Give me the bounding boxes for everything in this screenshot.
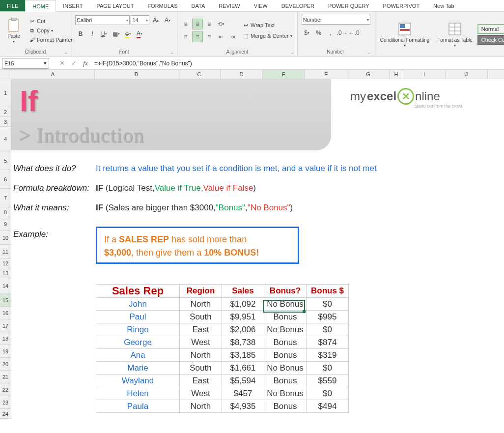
format-as-table-button[interactable]: Format as Table▾ [434, 20, 476, 49]
increase-font-icon[interactable]: A▴ [150, 15, 161, 26]
table-cell[interactable]: Paul [96, 311, 180, 323]
col-header-H[interactable]: H [390, 70, 403, 79]
row-header-15[interactable]: 15 [0, 294, 11, 307]
table-cell[interactable]: No Bonus [264, 323, 307, 336]
table-cell[interactable]: South [180, 311, 222, 323]
table-cell[interactable]: $0 [307, 362, 349, 375]
table-cell[interactable]: Bonus [264, 349, 307, 362]
table-cell[interactable]: $2,006 [222, 323, 264, 336]
col-header-J[interactable]: J [446, 70, 488, 79]
tab-powerpivot[interactable]: POWERPIVOT [376, 0, 427, 11]
tab-formulas[interactable]: FORMULAS [140, 0, 184, 11]
row-header-6[interactable]: 6 [0, 170, 11, 189]
table-cell[interactable]: East [180, 375, 222, 387]
table-cell[interactable]: $8,738 [222, 336, 264, 349]
align-center-icon[interactable]: ≡ [192, 31, 203, 42]
table-cell[interactable]: John [96, 298, 180, 311]
border-button[interactable]: ▦▾ [111, 29, 121, 39]
table-cell[interactable]: South [180, 362, 222, 375]
table-cell[interactable]: $1,092 [222, 298, 264, 311]
row-header-20[interactable]: 20 [0, 358, 11, 371]
font-name-combo[interactable]: Calibri▾ [75, 15, 130, 25]
enter-formula-icon[interactable]: ✓ [68, 58, 80, 69]
table-cell[interactable]: No Bonus [264, 387, 307, 400]
row-header-12[interactable]: 12 [0, 259, 11, 268]
cancel-formula-icon[interactable]: ✕ [56, 58, 68, 69]
table-cell[interactable]: $494 [307, 400, 349, 413]
decrease-indent-icon[interactable]: ⇤ [216, 31, 226, 42]
table-cell[interactable]: No Bonus [264, 298, 307, 311]
table-cell[interactable]: North [180, 298, 222, 311]
row-header-19[interactable]: 19 [0, 345, 11, 358]
table-cell[interactable]: East [180, 323, 222, 336]
table-cell[interactable]: Bonus [264, 400, 307, 413]
table-cell[interactable]: $4,935 [222, 400, 264, 413]
copy-button[interactable]: ⧉Copy▾ [27, 26, 75, 35]
col-header-B[interactable]: B [95, 70, 178, 79]
font-color-button[interactable]: A▾ [134, 29, 145, 39]
tab-developer[interactable]: DEVELOPER [275, 0, 321, 11]
underline-button[interactable]: U▾ [99, 29, 110, 39]
table-cell[interactable]: $0 [307, 387, 349, 400]
table-cell[interactable]: Wayland [96, 375, 180, 387]
formula-input[interactable] [91, 60, 504, 67]
italic-button[interactable]: I [87, 29, 98, 39]
bold-button[interactable]: B [75, 29, 86, 39]
row-header-3[interactable]: 3 [0, 117, 11, 127]
table-cell[interactable]: Ana [96, 349, 180, 362]
table-cell[interactable]: $995 [307, 311, 349, 323]
table-cell[interactable]: Bonus [264, 375, 307, 387]
select-all-corner[interactable] [0, 70, 11, 79]
row-header-10[interactable]: 10 [0, 231, 11, 245]
increase-decimal-icon[interactable]: .0→ [337, 28, 348, 38]
table-cell[interactable]: Helen [96, 387, 180, 400]
table-cell[interactable]: Marie [96, 362, 180, 375]
row-header-13[interactable]: 13 [0, 268, 11, 278]
table-cell[interactable]: $1,661 [222, 362, 264, 375]
merge-center-button[interactable]: ⬚Merge & Center▾ [240, 31, 294, 40]
fill-color-button[interactable]: ⬙▾ [122, 29, 133, 39]
table-cell[interactable]: $0 [307, 323, 349, 336]
table-cell[interactable]: Paula [96, 400, 180, 413]
row-header-21[interactable]: 21 [0, 371, 11, 383]
cut-button[interactable]: ✂Cut [27, 17, 75, 26]
table-cell[interactable]: North [180, 400, 222, 413]
chevron-down-icon[interactable]: ▾ [44, 60, 47, 66]
table-cell[interactable]: West [180, 336, 222, 349]
row-header-22[interactable]: 22 [0, 383, 11, 396]
col-header-A[interactable]: A [11, 70, 95, 79]
tab-review[interactable]: REVIEW [212, 0, 247, 11]
tab-home[interactable]: HOME [25, 0, 56, 12]
row-header-1[interactable]: 1 [0, 79, 11, 107]
tab-insert[interactable]: INSERT [56, 0, 89, 11]
table-cell[interactable]: $319 [307, 349, 349, 362]
tab-view[interactable]: VIEW [247, 0, 275, 11]
align-bottom-icon[interactable]: ≡ [204, 19, 215, 29]
cell-style-normal[interactable]: Normal [477, 24, 504, 34]
row-header-2[interactable]: 2 [0, 107, 11, 117]
table-cell[interactable]: $559 [307, 375, 349, 387]
col-header-I[interactable]: I [403, 70, 446, 79]
table-cell[interactable]: $457 [222, 387, 264, 400]
tab-page-layout[interactable]: PAGE LAYOUT [89, 0, 140, 11]
wrap-text-button[interactable]: ↩Wrap Text [240, 21, 294, 29]
row-header-7[interactable]: 7 [0, 189, 11, 207]
table-cell[interactable]: $0 [307, 298, 349, 311]
col-header-G[interactable]: G [347, 70, 390, 79]
decrease-decimal-icon[interactable]: ←.0 [349, 28, 360, 38]
row-header-17[interactable]: 17 [0, 319, 11, 332]
col-header-E[interactable]: E [263, 70, 305, 79]
table-cell[interactable]: Bonus [264, 336, 307, 349]
table-cell[interactable]: North [180, 349, 222, 362]
table-cell[interactable]: Bonus [264, 311, 307, 323]
tab-power-query[interactable]: POWER QUERY [321, 0, 376, 11]
paste-button[interactable]: Paste▾ [3, 16, 25, 45]
orientation-icon[interactable]: ⟲▾ [216, 19, 226, 29]
number-format-combo[interactable]: Number▾ [302, 15, 370, 25]
percent-format-icon[interactable]: % [313, 28, 324, 38]
accounting-format-icon[interactable]: $▾ [302, 28, 312, 38]
col-header-K[interactable]: K [488, 70, 504, 79]
insert-function-icon[interactable]: fx [80, 58, 91, 69]
comma-format-icon[interactable]: , [325, 28, 336, 38]
col-header-C[interactable]: C [178, 70, 221, 79]
